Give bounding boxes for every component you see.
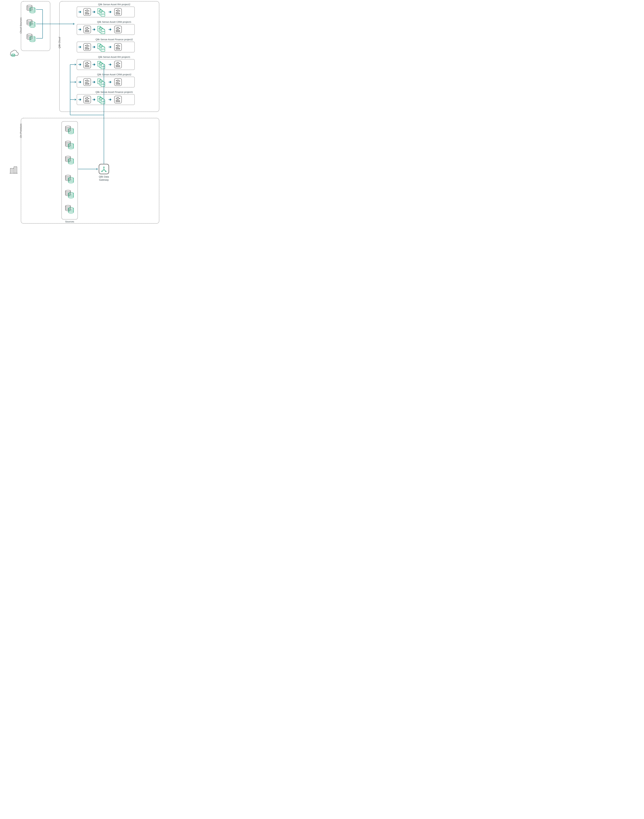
- connector-lines-bottom: [0, 0, 161, 227]
- diagram-canvas: Cloud Sources: [0, 0, 161, 227]
